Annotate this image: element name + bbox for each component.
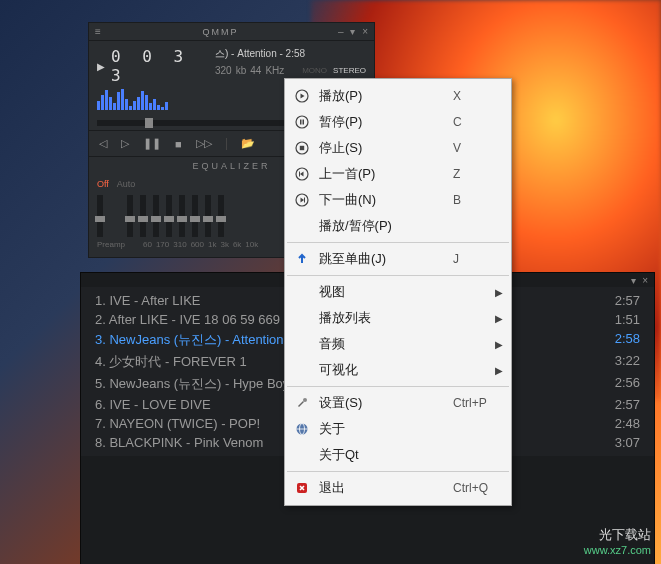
blank-icon [293,336,311,352]
menu-item[interactable]: 播放/暂停(P) [285,213,511,239]
menu-item[interactable]: 暂停(P)C [285,109,511,135]
mono-label: MONO [302,66,327,75]
visualizer[interactable] [97,88,207,110]
context-menu: 播放(P)X暂停(P)C停止(S)V上一首(P)Z下一曲(N)B播放/暂停(P)… [284,78,512,506]
svg-point-10 [303,398,307,402]
menu-shortcut: X [453,89,503,103]
menu-label: 退出 [319,479,445,497]
menu-item[interactable]: 视图▶ [285,279,511,305]
menu-item[interactable]: 关于 [285,416,511,442]
menu-item[interactable]: 设置(S)Ctrl+P [285,390,511,416]
eq-auto-button[interactable]: Auto [117,179,136,189]
menu-label: 跳至单曲(J) [319,250,445,268]
eq-band-slider[interactable] [140,195,146,237]
blank-icon [293,284,311,300]
menu-item[interactable]: 退出Ctrl+Q [285,475,511,501]
svg-rect-9 [304,198,305,203]
menu-label: 设置(S) [319,394,445,412]
samplerate-value: 44 [250,65,261,76]
menu-label: 播放/暂停(P) [319,217,445,235]
minimize-icon[interactable]: – [338,26,344,37]
menu-item[interactable]: 停止(S)V [285,135,511,161]
menu-shortcut: Ctrl+P [453,396,503,410]
play-button[interactable]: ▷ [121,137,129,150]
menu-label: 播放(P) [319,87,445,105]
menu-label: 音频 [319,335,487,353]
menu-label: 暂停(P) [319,113,445,131]
eq-band-slider[interactable] [205,195,211,237]
svg-rect-2 [300,120,302,125]
svg-rect-3 [303,120,305,125]
menu-shortcut: C [453,115,503,129]
watermark: 光下载站 www.xz7.com [584,526,651,556]
stop-button[interactable]: ■ [175,138,182,150]
eq-band-slider[interactable] [218,195,224,237]
submenu-arrow-icon: ▶ [495,365,503,376]
close-icon[interactable]: × [362,26,368,37]
samplerate-unit: KHz [265,65,284,76]
next-button[interactable]: ▷▷ [196,137,212,150]
player-titlebar[interactable]: ≡ QMMP – ▾ × [89,23,374,41]
prev-button[interactable]: ◁ [99,137,107,150]
blank-icon [293,310,311,326]
blank-icon [293,362,311,378]
menu-item[interactable]: 可视化▶ [285,357,511,383]
menu-label: 播放列表 [319,309,487,327]
pause-icon [293,114,311,130]
preamp-label: Preamp [97,240,125,249]
quit-icon [293,480,311,496]
submenu-arrow-icon: ▶ [495,287,503,298]
svg-rect-7 [299,172,300,177]
menu-item[interactable]: 下一曲(N)B [285,187,511,213]
eq-band-slider[interactable] [192,195,198,237]
shade-icon[interactable]: ▾ [631,275,636,286]
menu-label: 下一曲(N) [319,191,445,209]
menu-item[interactable]: 跳至单曲(J)J [285,246,511,272]
close-icon[interactable]: × [642,275,648,286]
app-title: QMMP [107,27,334,37]
menu-item[interactable]: 音频▶ [285,331,511,357]
play-icon [293,88,311,104]
menu-item[interactable]: 上一首(P)Z [285,161,511,187]
menu-shortcut: Ctrl+Q [453,481,503,495]
menu-shortcut: B [453,193,503,207]
menu-shortcut: V [453,141,503,155]
eq-band-slider[interactable] [153,195,159,237]
stereo-label: STEREO [333,66,366,75]
stop-icon [293,140,311,156]
eq-band-slider[interactable] [179,195,185,237]
menu-label: 关于Qt [319,446,445,464]
menu-item[interactable]: 播放(P)X [285,83,511,109]
open-button[interactable]: 📂 [241,137,255,150]
menu-item[interactable]: 播放列表▶ [285,305,511,331]
menu-label: 停止(S) [319,139,445,157]
status-play-icon: ▶ [97,61,105,72]
menu-label: 关于 [319,420,445,438]
menu-icon[interactable]: ≡ [95,26,107,37]
eq-band-slider[interactable] [166,195,172,237]
settings-icon [293,395,311,411]
menu-shortcut: J [453,252,503,266]
menu-shortcut: Z [453,167,503,181]
globe-icon [293,421,311,437]
menu-label: 可视化 [319,361,487,379]
time-display: 0 0 3 3 [111,47,207,85]
now-playing: 스) - Attention - 2:58 [215,47,366,61]
submenu-arrow-icon: ▶ [495,313,503,324]
eq-band-slider[interactable] [127,195,133,237]
next-icon [293,192,311,208]
eq-preamp-slider[interactable] [97,195,103,237]
bitrate-value: 320 [215,65,232,76]
menu-label: 视图 [319,283,487,301]
jump-icon [293,251,311,267]
prev-icon [293,166,311,182]
shade-icon[interactable]: ▾ [350,26,355,37]
menu-item[interactable]: 关于Qt [285,442,511,468]
submenu-arrow-icon: ▶ [495,339,503,350]
svg-rect-5 [300,146,304,150]
blank-icon [293,447,311,463]
eq-off-button[interactable]: Off [97,179,109,189]
menu-label: 上一首(P) [319,165,445,183]
bitrate-unit: kb [236,65,247,76]
pause-button[interactable]: ❚❚ [143,137,161,150]
